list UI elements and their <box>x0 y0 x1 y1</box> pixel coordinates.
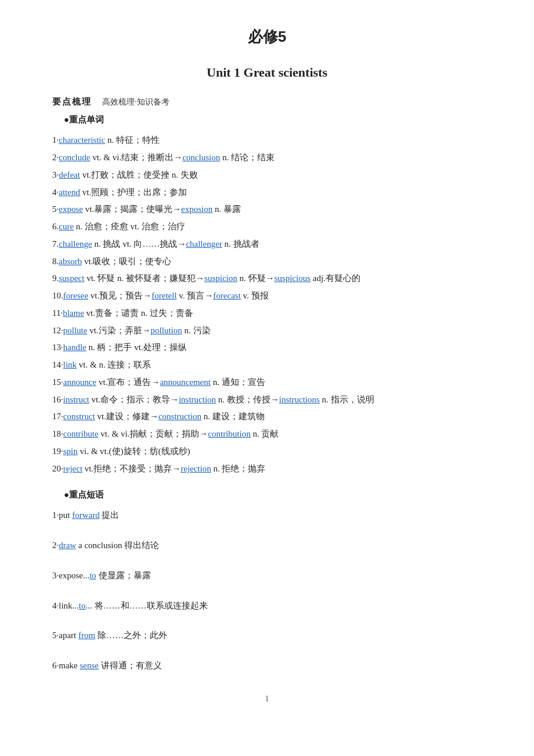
vocab-item: 8.absorb vt.吸收；吸引；使专心 <box>52 254 499 270</box>
vocab-word2[interactable]: exposion <box>181 204 212 214</box>
vocab-word2[interactable]: foretell <box>151 291 176 300</box>
vocab-word2[interactable]: pollution <box>151 326 182 335</box>
vocab-def2: n. 怀疑 <box>237 273 266 283</box>
arrow-icon: → <box>172 204 181 214</box>
vocab-word[interactable]: defeat <box>59 170 80 179</box>
phrase-item: 5·apart from 除……之外；此外 <box>52 628 499 644</box>
vocab-word[interactable]: expose <box>59 204 83 214</box>
phrase-link-word[interactable]: sense <box>80 661 99 670</box>
phrase-item: 6·make sense 讲得通；有意义 <box>52 658 499 674</box>
vocab-def: vt.暴露；揭露；使曝光 <box>83 204 172 214</box>
vocab-def2: n. 通知；宣告 <box>211 377 265 387</box>
page-number: 1 <box>265 694 269 703</box>
vocab-word[interactable]: spin <box>63 447 78 456</box>
vocab-def2: n. 建设；建筑物 <box>201 412 265 421</box>
vocab-word[interactable]: pollute <box>63 326 88 335</box>
vocab-item: 2·conclude vt. & vi.结束；推断出→conclusion n.… <box>52 150 499 166</box>
vocab-item: 15·announce vt.宣布；通告→announcement n. 通知；… <box>52 375 499 391</box>
vocab-word[interactable]: cure <box>59 222 74 231</box>
arrow-icon: → <box>142 326 151 335</box>
vocab-item: 14·link vt. & n. 连接；联系 <box>52 357 499 373</box>
vocab-word2[interactable]: challenger <box>186 239 222 249</box>
vocab-def2: n. 暴露 <box>212 204 241 214</box>
phrase-link-word[interactable]: forward <box>72 510 99 520</box>
phrase-post: 提出 <box>100 510 120 520</box>
vocab-num: 12· <box>52 326 63 335</box>
vocab-word2[interactable]: announcement <box>160 377 210 387</box>
vocab-word3[interactable]: forecast <box>213 291 240 300</box>
vocab-word2[interactable]: instruction <box>179 395 216 404</box>
vocab-def3: adj.有疑心的 <box>311 273 360 283</box>
vocab-word3[interactable]: instructions <box>279 395 320 404</box>
vocab-item: 9.suspect vt. 怀疑 n. 被怀疑者；嫌疑犯→suspicion n… <box>52 271 499 287</box>
vocab-item: 18·contribute vt. & vi.捐献；贡献；捐助→contribu… <box>52 426 499 442</box>
vocab-word[interactable]: reject <box>63 464 82 473</box>
vocab-def: vt.责备；谴责 n. 过失；责备 <box>84 308 193 318</box>
phrase-num: 3· <box>52 571 59 580</box>
vocab-num: 8. <box>52 257 59 266</box>
vocab-word2[interactable]: rejection <box>181 464 211 473</box>
vocab-word[interactable]: suspect <box>59 273 84 283</box>
vocab-word[interactable]: challenge <box>59 239 92 249</box>
vocab-word2[interactable]: contribution <box>208 429 250 438</box>
vocab-item: 19·spin vi. & vt.(使)旋转；纺(线或纱) <box>52 444 499 460</box>
vocab-item: 16·instruct vt.命令；指示；教导→instruction n. 教… <box>52 392 499 408</box>
phrase-link-word[interactable]: to <box>89 571 96 580</box>
page-title: 必修5 <box>35 23 499 51</box>
vocab-def: vt.建设；修建 <box>95 412 150 421</box>
vocab-def: vi. & vt.(使)旋转；纺(线或纱) <box>78 447 190 456</box>
vocab-word[interactable]: announce <box>63 377 96 387</box>
section-header-label: 要点梳理 <box>52 94 92 110</box>
phrase-link-word[interactable]: draw <box>59 541 76 550</box>
vocab-word[interactable]: link <box>63 360 77 369</box>
phrase-num: 4· <box>52 601 59 610</box>
phrase-pre: put <box>59 510 72 520</box>
phrase-link-word[interactable]: from <box>78 631 95 640</box>
vocab-word[interactable]: conclude <box>59 153 90 162</box>
vocab-word[interactable]: foresee <box>63 291 88 300</box>
vocab-num: 3· <box>52 170 59 179</box>
vocab-def: vt.宣布；通告 <box>96 377 151 387</box>
vocab-word[interactable]: blame <box>63 308 84 318</box>
key-phrases-title: ●重点短语 <box>64 490 104 499</box>
vocab-word2[interactable]: construction <box>158 412 201 421</box>
vocab-def: vt. & n. 连接；联系 <box>77 360 151 369</box>
unit-title: Unit 1 Great scientists <box>35 61 499 84</box>
vocab-num: 9. <box>52 273 59 283</box>
vocab-word[interactable]: absorb <box>59 257 82 266</box>
arrow-icon: → <box>151 377 160 387</box>
vocab-def: vt. & vi.捐献；贡献；捐助 <box>99 429 200 438</box>
vocab-def: vt. & vi.结束；推断出 <box>90 153 174 162</box>
vocab-def3: v. 预报 <box>241 291 269 300</box>
vocab-num: 4· <box>52 188 59 197</box>
vocab-word[interactable]: characteristic <box>59 135 105 145</box>
vocab-def2: n. 挑战者 <box>222 239 259 249</box>
vocab-item: 4·attend vt.照顾；护理；出席；参加 <box>52 185 499 201</box>
phrase-item: 4·link...to... 将……和……联系或连接起来 <box>52 598 499 614</box>
vocab-item: 10.foresee vt.预见；预告→foretell v. 预言→forec… <box>52 288 499 304</box>
vocab-item: 7.challenge n. 挑战 vt. 向……挑战→challenger n… <box>52 236 499 253</box>
vocab-def: vt.吸收；吸引；使专心 <box>82 257 171 266</box>
vocab-word[interactable]: contribute <box>63 429 99 438</box>
phrase-item: 3·expose...to 使显露；暴露 <box>52 568 499 584</box>
vocab-def: vt.照顾；护理；出席；参加 <box>80 188 187 197</box>
vocab-item: 5·expose vt.暴露；揭露；使曝光→exposion n. 暴露 <box>52 201 499 218</box>
vocab-num: 1· <box>52 135 59 145</box>
vocab-word2[interactable]: suspicion <box>204 273 237 283</box>
vocab-def: vt. 怀疑 n. 被怀疑者；嫌疑犯 <box>84 273 196 283</box>
key-words-title: ●重点单词 <box>64 115 104 124</box>
phrase-post: a conclusion 得出结论 <box>76 541 159 550</box>
vocab-word[interactable]: construct <box>63 412 95 421</box>
vocab-num: 19· <box>52 447 63 456</box>
vocab-word3[interactable]: suspicious <box>275 273 311 283</box>
vocab-def: vt.预见；预告 <box>88 291 143 300</box>
vocab-def2: n. 教授；传授 <box>216 395 270 404</box>
vocab-word[interactable]: instruct <box>63 395 89 404</box>
phrase-pre: make <box>59 661 80 670</box>
phrase-link-word[interactable]: to <box>79 601 86 610</box>
vocab-word[interactable]: handle <box>63 343 86 352</box>
vocab-word[interactable]: attend <box>59 188 80 197</box>
phrase-num: 6· <box>52 661 59 670</box>
vocab-num: 10. <box>52 291 63 300</box>
vocab-word2[interactable]: conclusion <box>182 153 220 162</box>
